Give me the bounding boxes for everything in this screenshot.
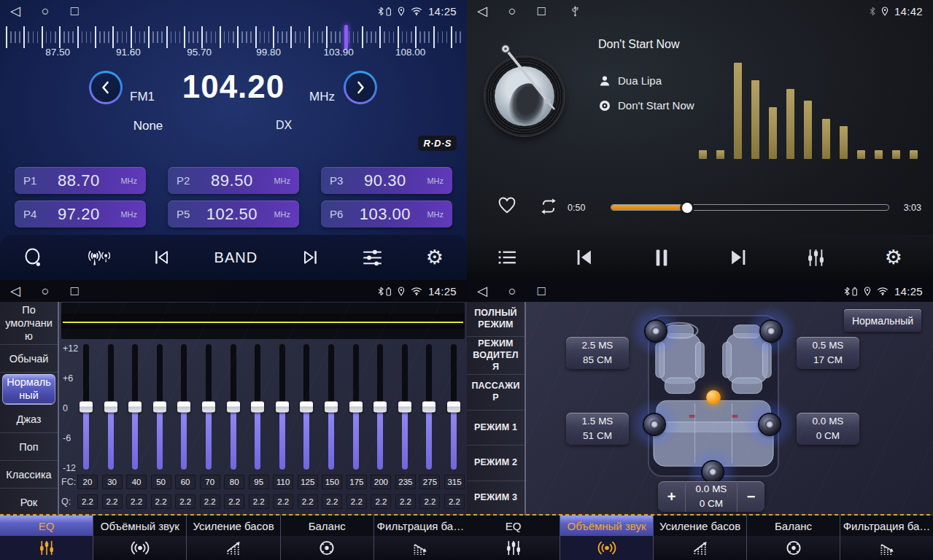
eq-slider-thumb[interactable] (398, 402, 411, 413)
broadcast-icon[interactable] (86, 249, 110, 267)
eq-preset-item[interactable]: Рок (0, 489, 58, 516)
eq-band-slider[interactable] (272, 344, 293, 470)
eq-slider-thumb[interactable] (177, 402, 190, 413)
playlist-icon[interactable] (498, 249, 516, 265)
eq-preset-item[interactable]: Обычай (0, 345, 58, 373)
eq-preset-item[interactable]: Классика (0, 461, 58, 489)
recents-button[interactable]: □ (538, 4, 546, 18)
rear-left-delay-button[interactable]: 1.5 MS 51 CM (566, 413, 629, 445)
tab-eq[interactable]: EQ (0, 516, 93, 560)
seek-bar[interactable] (611, 205, 889, 210)
tab-filter[interactable]: Фильтрация ба… (840, 516, 933, 560)
eq-band-slider[interactable] (346, 344, 366, 470)
back-button[interactable]: ◁ (10, 284, 20, 298)
eq-slider-thumb[interactable] (447, 402, 460, 413)
eq-slider-thumb[interactable] (153, 402, 166, 413)
eq-band-slider[interactable] (174, 344, 194, 470)
tab-bass-boost[interactable]: Усиление басов (187, 516, 280, 560)
delay-increase-button[interactable]: + (658, 481, 685, 512)
seek-handle[interactable] (682, 203, 692, 213)
surround-mode-item[interactable]: РЕЖИМ 3 (467, 481, 524, 516)
eq-band-slider[interactable] (198, 344, 219, 470)
back-button[interactable]: ◁ (477, 284, 487, 298)
eq-band-slider[interactable] (321, 344, 341, 470)
eq-slider-thumb[interactable] (128, 402, 142, 413)
recents-button[interactable]: □ (71, 4, 79, 18)
back-button[interactable]: ◁ (10, 4, 20, 18)
eq-band-slider[interactable] (125, 344, 145, 470)
previous-station-icon[interactable] (152, 248, 171, 267)
repeat-icon[interactable] (538, 197, 559, 216)
tuner-scale[interactable] (6, 26, 461, 48)
delay-decrease-button[interactable]: − (738, 481, 764, 512)
tune-up-button[interactable] (344, 71, 377, 104)
eq-preset-item[interactable]: Джаз (0, 406, 58, 434)
eq-slider-thumb[interactable] (422, 402, 435, 413)
next-station-icon[interactable] (301, 248, 320, 267)
radio-preset-p4[interactable]: P497.20MHz (15, 201, 146, 228)
tab-bass-boost[interactable]: Усиление басов (654, 516, 747, 560)
tab-balance[interactable]: Баланс (747, 516, 840, 560)
front-right-delay-button[interactable]: 0.5 MS 17 CM (797, 337, 859, 369)
eq-slider-thumb[interactable] (104, 402, 117, 413)
eq-band-slider[interactable] (395, 344, 415, 470)
eq-band-slider[interactable] (444, 344, 464, 470)
eq-preset-item[interactable]: Нормальный (2, 374, 55, 404)
previous-track-icon[interactable] (575, 247, 595, 268)
tab-eq[interactable]: EQ (467, 516, 560, 560)
eq-slider-thumb[interactable] (276, 402, 289, 413)
tab-balance[interactable]: Баланс (281, 516, 374, 560)
tuner-position-indicator[interactable] (344, 25, 348, 50)
rear-right-delay-button[interactable]: 0.0 MS 0 CM (797, 413, 859, 445)
front-left-delay-button[interactable]: 2.5 MS 85 CM (566, 337, 629, 369)
recents-button[interactable]: □ (538, 284, 546, 298)
eq-slider-thumb[interactable] (227, 402, 240, 413)
eq-slider-thumb[interactable] (202, 402, 215, 413)
settings-gear-icon[interactable]: ⚙ (426, 248, 444, 268)
equalizer-icon[interactable] (806, 248, 826, 268)
eq-slider-thumb[interactable] (373, 402, 387, 413)
eq-preset-item[interactable]: Поп (0, 433, 58, 461)
tuner-settings-icon[interactable] (362, 248, 383, 268)
tab-surround[interactable]: Объёмный звук (560, 516, 654, 560)
eq-slider-thumb[interactable] (325, 402, 338, 413)
radio-preset-p2[interactable]: P289.50MHz (168, 167, 299, 194)
recents-button[interactable]: □ (71, 284, 79, 298)
scan-icon[interactable] (23, 248, 43, 268)
eq-band-slider[interactable] (101, 344, 121, 470)
eq-band-slider[interactable] (150, 344, 170, 470)
surround-mode-item[interactable]: ПАССАЖИР (467, 375, 524, 410)
tab-filter[interactable]: Фильтрация ба… (374, 516, 467, 560)
pause-icon[interactable] (654, 248, 670, 268)
radio-preset-p3[interactable]: P390.30MHz (321, 167, 452, 194)
eq-slider-thumb[interactable] (349, 402, 363, 413)
tune-down-button[interactable] (89, 71, 123, 104)
favorite-heart-icon[interactable] (498, 197, 516, 214)
back-button[interactable]: ◁ (477, 4, 487, 18)
surround-mode-item[interactable]: РЕЖИМ ВОДИТЕЛЯ (467, 337, 524, 375)
home-button[interactable]: ○ (508, 4, 516, 18)
eq-band-slider[interactable] (223, 344, 244, 470)
eq-slider-thumb[interactable] (80, 402, 93, 413)
listener-position-handle[interactable] (706, 390, 721, 405)
eq-band-slider[interactable] (419, 344, 439, 470)
settings-gear-icon[interactable]: ⚙ (885, 248, 902, 268)
surround-mode-item[interactable]: РЕЖИМ 1 (467, 411, 524, 446)
radio-preset-p1[interactable]: P188.70MHz (15, 167, 146, 194)
surround-mode-item[interactable]: РЕЖИМ 2 (467, 446, 524, 481)
home-button[interactable]: ○ (42, 284, 50, 298)
eq-preset-item[interactable]: По умолчанию (0, 302, 58, 345)
eq-band-slider[interactable] (76, 344, 96, 470)
eq-band-slider[interactable] (370, 344, 390, 470)
home-button[interactable]: ○ (508, 284, 516, 298)
eq-slider-thumb[interactable] (251, 402, 264, 413)
tab-surround[interactable]: Объёмный звук (93, 516, 187, 560)
sound-profile-button[interactable]: Нормальный (844, 309, 921, 332)
radio-preset-p6[interactable]: P6103.00MHz (321, 201, 452, 228)
radio-preset-p5[interactable]: P5102.50MHz (168, 201, 299, 228)
eq-band-slider[interactable] (247, 344, 268, 470)
band-button[interactable]: BAND (214, 249, 258, 266)
eq-band-slider[interactable] (296, 344, 317, 470)
surround-mode-item[interactable]: ПОЛНЫЙ РЕЖИМ (467, 302, 524, 337)
eq-slider-thumb[interactable] (300, 402, 313, 413)
